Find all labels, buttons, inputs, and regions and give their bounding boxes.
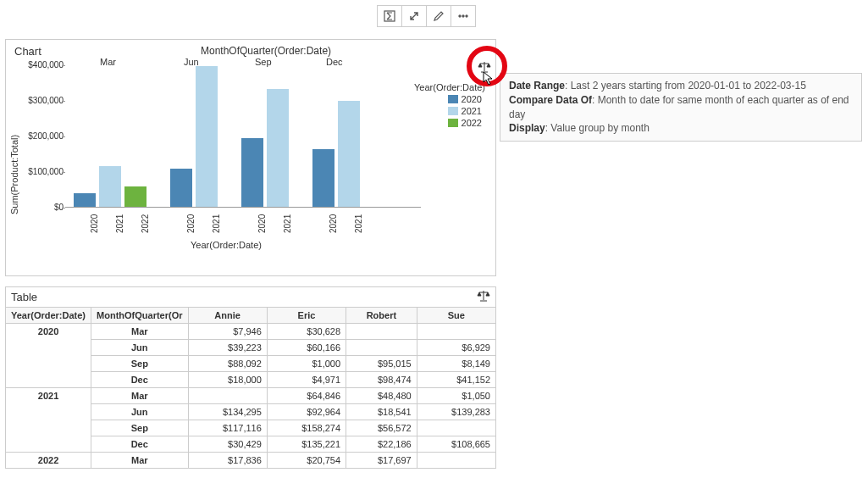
data-cell: $1,000 [267,356,346,372]
table-header-cell[interactable]: Annie [188,308,267,324]
month-cell: Mar [91,324,188,340]
data-cell [346,324,417,340]
data-cell: $134,295 [188,404,267,420]
data-cell: $1,050 [417,388,495,404]
expand-button[interactable] [401,5,427,27]
legend-item[interactable]: 2020 [448,94,482,104]
legend-title: Year(Order:Date) [414,82,485,92]
table-header-cell[interactable]: Robert [346,308,417,324]
data-cell: $41,152 [417,372,495,388]
data-cell: $7,946 [188,324,267,340]
table-header-cell[interactable]: MonthOfQuarter(Or [91,308,188,324]
x-tick: 2021 [283,214,292,233]
data-cell: $135,221 [267,436,346,453]
expand-icon [407,9,421,23]
x-tick: 2021 [212,214,221,233]
table-row: 2020Mar$7,946$30,628 [6,324,496,340]
edit-button[interactable] [426,5,451,27]
data-cell: $22,186 [346,436,417,453]
chart-bar[interactable] [338,101,360,207]
data-cell: $108,665 [417,436,495,453]
legend-swatch [448,107,458,115]
x-tick: 2021 [354,214,363,233]
y-tick: $400,000 [26,60,64,69]
group-label: Sep [255,57,272,67]
x-tick: 2020 [257,214,267,233]
data-cell: $18,541 [346,404,417,420]
table-header-cell[interactable]: Sue [417,308,495,324]
x-tick: 2020 [329,214,338,233]
y-axis-label: Sum(Product:Total) [9,135,19,214]
x-tick: 2021 [115,214,124,233]
tooltip-key: Compare Data Of [509,94,592,106]
table-panel: Table Year(Order:Date)MonthOfQuarter(OrA… [5,286,496,469]
data-cell: $139,283 [417,404,495,420]
table-row: 2021Mar$64,846$48,480$1,050 [6,388,496,404]
data-cell: $30,628 [267,324,346,340]
year-cell: 2020 [6,324,91,388]
data-cell: $56,572 [346,420,417,436]
sigma-button[interactable] [377,5,402,27]
data-cell: $158,274 [267,420,346,436]
tooltip-val: : Value group by month [545,122,650,134]
x-tick: 2020 [90,214,99,233]
top-toolbar [377,5,476,27]
chart-bar[interactable] [241,138,263,207]
data-cell: $17,697 [346,453,417,469]
legend-item[interactable]: 2021 [448,106,482,116]
table-header-cell[interactable]: Eric [267,308,346,324]
data-cell: $60,166 [267,340,346,356]
data-cell: $4,971 [267,372,346,388]
svg-point-2 [462,15,464,17]
chart-bar[interactable] [99,166,121,207]
more-button[interactable] [451,5,476,27]
month-cell: Jun [91,340,188,356]
tooltip-key: Display [509,122,545,134]
data-cell: $30,429 [188,436,267,453]
y-tick: $100,000 [26,167,64,176]
table-row: 2022Mar$17,836$20,754$17,697 [6,453,496,469]
data-cell: $92,964 [267,404,346,420]
chart-bar[interactable] [312,149,334,207]
data-cell: $20,754 [267,453,346,469]
data-cell: $18,000 [188,372,267,388]
month-cell: Dec [91,436,188,453]
month-cell: Jun [91,404,188,420]
svg-point-1 [459,15,461,17]
data-cell [188,388,267,404]
data-cell [417,324,495,340]
table-header-cell[interactable]: Year(Order:Date) [6,308,91,324]
legend-label: 2020 [462,94,482,104]
legend-swatch [448,119,458,127]
chart-bar[interactable] [124,186,147,207]
data-cell: $95,015 [346,356,417,372]
legend-label: 2021 [462,106,482,116]
chart-bar[interactable] [170,169,192,207]
cursor-icon [483,71,495,89]
data-cell: $39,223 [188,340,267,356]
balance-icon [477,290,490,302]
month-cell: Sep [91,356,188,372]
month-cell: Mar [91,453,188,469]
chart-bar[interactable] [267,89,289,207]
svg-point-3 [466,15,467,17]
y-tick: $200,000 [26,131,64,141]
month-cell: Dec [91,372,188,388]
more-icon [456,9,470,23]
table-compare-button[interactable] [477,290,490,304]
data-cell: $64,846 [267,388,346,404]
year-cell: 2021 [6,388,91,453]
group-label: Mar [100,57,116,67]
chart-group-title: MonthOfQuarter(Order:Date) [201,45,331,57]
compare-tooltip: Date Range: Last 2 years starting from 2… [500,73,862,142]
chart-bar[interactable] [196,66,218,207]
legend-item[interactable]: 2022 [448,118,482,128]
data-cell: $117,116 [188,420,267,436]
x-axis-label: Year(Order:Date) [191,240,262,250]
data-table: Year(Order:Date)MonthOfQuarter(OrAnnieEr… [5,307,496,469]
chart-bar[interactable] [74,193,96,207]
data-cell [417,420,495,436]
tooltip-key: Date Range [509,80,565,92]
pencil-icon [432,9,445,23]
tooltip-val: : Last 2 years starting from 2020-01-01 … [565,80,806,92]
